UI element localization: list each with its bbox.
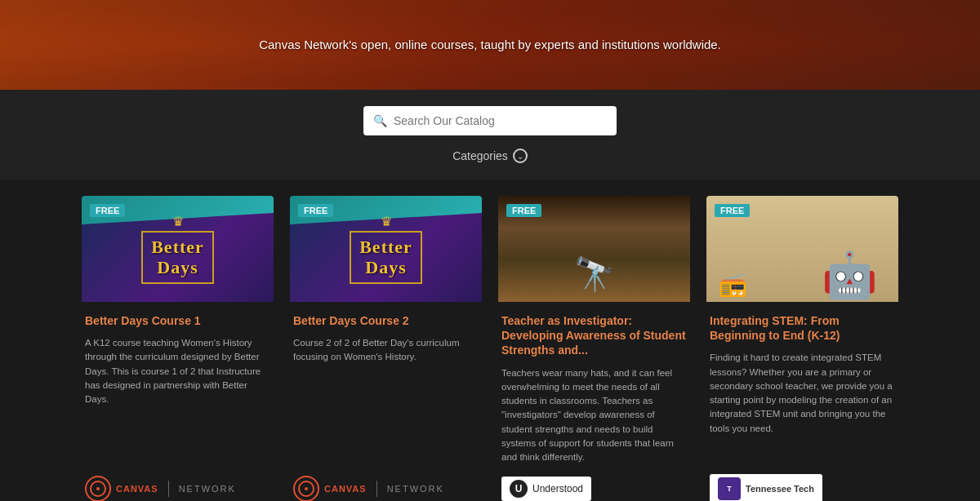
search-icon: 🔍 [373, 114, 387, 127]
card-image-4: FREE 📻 🤖 [706, 196, 898, 302]
card-description-4: Finding it hard to create integrated STE… [710, 351, 895, 464]
free-badge-3: FREE [506, 204, 541, 217]
network-text-1: NETWORK [179, 484, 236, 494]
crown-icon-2: ♛ [350, 214, 422, 229]
canvas-dot-2 [305, 487, 308, 490]
card-content-2: Better Days Course 2 Course 2 of 2 of Be… [290, 302, 482, 501]
understood-text: Understood [532, 483, 583, 494]
bd-title-2: Better [359, 237, 412, 257]
canvas-icon-2 [293, 476, 319, 501]
card-description-2: Course 2 of 2 of Better Day's curriculum… [293, 336, 479, 464]
understood-icon: U [510, 480, 528, 498]
canvas-icon-1 [85, 476, 111, 501]
courses-section: FREE ♛ Better Days Better Days Course 1 … [0, 180, 980, 501]
card-provider-2: CANVAS NETWORK [293, 474, 479, 501]
card-content-1: Better Days Course 1 A K12 course teachi… [82, 302, 274, 501]
network-text-2: NETWORK [387, 484, 444, 494]
understood-logo: U Understood [501, 477, 591, 501]
search-input[interactable] [394, 114, 607, 127]
card-description-1: A K12 course teaching Women's History th… [85, 336, 270, 464]
card-provider-4: T Tennessee Tech [710, 474, 895, 501]
categories-label: Categories [452, 149, 508, 162]
free-badge-1: FREE [90, 204, 125, 217]
card-title-4: Integrating STEM: From Beginning to End … [710, 313, 895, 343]
card-provider-1: CANVAS NETWORK [85, 474, 270, 501]
canvas-divider-2 [376, 481, 377, 497]
courses-grid: FREE ♛ Better Days Better Days Course 1 … [82, 196, 898, 501]
card-image-2: FREE ♛ Better Days [290, 196, 482, 302]
card-image-1: FREE ♛ Better Days [82, 196, 274, 302]
card-content-3: Teacher as Investigator: Developing Awar… [498, 302, 690, 501]
bd-border-2: Better Days [350, 231, 422, 283]
canvas-text-1: CANVAS [116, 484, 158, 494]
search-bar[interactable]: 🔍 [363, 106, 617, 135]
card-title-3: Teacher as Investigator: Developing Awar… [501, 313, 687, 358]
canvas-divider-1 [168, 481, 169, 497]
better-days-label-2: ♛ Better Days [350, 214, 422, 283]
chevron-down-icon: ⌄ [513, 149, 528, 163]
stem-equipment-icon: 📻 [719, 271, 747, 298]
card-image-3: FREE 🔭 [498, 196, 690, 302]
bd-border: Better Days [141, 231, 214, 283]
card-content-4: Integrating STEM: From Beginning to End … [706, 302, 898, 501]
card-title-2: Better Days Course 2 [293, 313, 479, 328]
course-card-3: FREE 🔭 Teacher as Investigator: Developi… [498, 196, 690, 501]
canvas-dot [96, 487, 100, 490]
binoculars-icon: 🔭 [574, 255, 615, 294]
search-section: 🔍 Categories ⌄ [0, 90, 980, 180]
bd-title: Better [151, 237, 204, 257]
course-card-1: FREE ♛ Better Days Better Days Course 1 … [82, 196, 274, 501]
course-card-2: FREE ♛ Better Days Better Days Course 2 … [290, 196, 482, 501]
card-provider-3: U Understood [501, 474, 687, 501]
crown-icon: ♛ [141, 214, 214, 229]
better-days-label-1: ♛ Better Days [141, 214, 214, 283]
categories-button[interactable]: Categories ⌄ [446, 145, 534, 166]
free-badge-4: FREE [715, 204, 750, 217]
hero-subtitle: Canvas Network's open, online courses, t… [259, 35, 721, 55]
stem-robot-icon: 🤖 [822, 249, 878, 302]
hero-section: Canvas Network's open, online courses, t… [0, 0, 980, 90]
canvas-text-2: CANVAS [324, 484, 367, 494]
canvas-logo-1: CANVAS NETWORK [85, 476, 236, 501]
course-card-4: FREE 📻 🤖 Integrating STEM: From Beginnin… [706, 196, 898, 501]
canvas-logo-2: CANVAS NETWORK [293, 476, 444, 501]
free-badge-2: FREE [298, 204, 333, 217]
tntech-text: Tennessee Tech [746, 484, 814, 494]
card-title-1: Better Days Course 1 [85, 313, 270, 328]
bd-title-days-2: Days [359, 258, 412, 277]
card-description-3: Teachers wear many hats, and it can feel… [501, 366, 687, 465]
bd-title-days: Days [151, 258, 204, 277]
tntech-logo: T Tennessee Tech [710, 474, 822, 501]
tntech-icon: T [718, 477, 741, 500]
